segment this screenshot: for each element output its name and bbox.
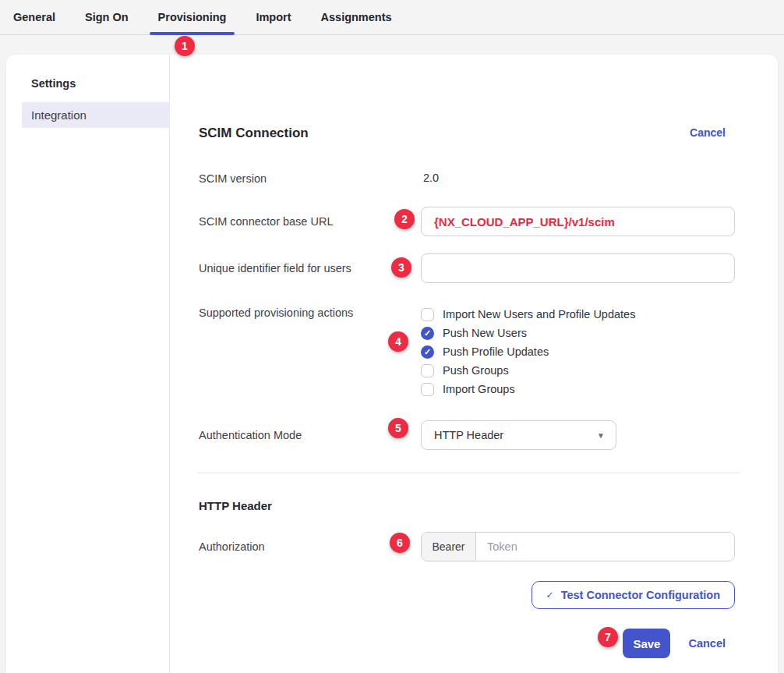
checkbox-label: Push Groups — [443, 364, 509, 377]
checkbox-push-profile-updates[interactable] — [421, 345, 434, 359]
scim-version-value: 2.0 — [421, 172, 735, 184]
annotation-badge-1: 1 — [175, 36, 195, 56]
sidebar-item-integration[interactable]: Integration — [22, 102, 170, 128]
checkbox-label: Push New Users — [443, 327, 527, 339]
checkbox-row-push-groups: Push Groups — [421, 361, 735, 380]
checkbox-import-groups[interactable] — [421, 383, 434, 396]
unique-identifier-input[interactable] — [421, 253, 735, 283]
token-input[interactable] — [476, 533, 734, 561]
authorization-label: Authorization — [199, 532, 421, 554]
annotation-badge-6: 6 — [390, 533, 410, 553]
annotation-badge-2: 2 — [394, 209, 415, 229]
checkbox-import-new-users-and-profile-updates[interactable] — [421, 308, 434, 321]
checkbox-label: Import Groups — [443, 383, 515, 395]
settings-card: Settings Integration SCIM Connection Can… — [6, 55, 778, 673]
bearer-prefix: Bearer — [422, 533, 476, 561]
checkbox-row-import-new-users-and-profile-updates: Import New Users and Profile Updates — [421, 305, 735, 324]
annotation-badge-7: 7 — [598, 627, 618, 647]
auth-mode-selected-value: HTTP Header — [434, 429, 503, 441]
tab-provisioning[interactable]: Provisioning — [150, 0, 235, 34]
section-divider — [197, 473, 740, 473]
checkbox-row-import-groups: Import Groups — [421, 380, 735, 398]
scim-connection-form: SCIM Connection Cancel SCIM version 2.0 … — [170, 55, 778, 673]
tab-general[interactable]: General — [5, 0, 64, 34]
scim-version-label: SCIM version — [199, 172, 421, 186]
provisioning-actions-label: Supported provisioning actions — [199, 305, 421, 320]
base-url-label: SCIM connector base URL — [199, 207, 421, 228]
checkbox-push-groups[interactable] — [421, 364, 434, 377]
app-tab-bar: General Sign On Provisioning Import Assi… — [0, 0, 784, 35]
auth-mode-select[interactable]: HTTP Header ▼ — [421, 420, 616, 450]
settings-sidebar: Settings Integration — [6, 55, 170, 673]
chevron-down-icon: ▼ — [597, 431, 605, 440]
checkbox-label: Push Profile Updates — [443, 345, 549, 358]
annotation-badge-5: 5 — [388, 418, 408, 438]
checkbox-label: Import New Users and Profile Updates — [443, 308, 635, 321]
checkbox-push-new-users[interactable] — [421, 327, 434, 340]
page-title: SCIM Connection — [199, 125, 309, 142]
authorization-input-group: Bearer — [421, 532, 735, 561]
footer-cancel-link[interactable]: Cancel — [688, 637, 726, 650]
checkbox-row-push-new-users: Push New Users — [421, 324, 735, 342]
sidebar-heading: Settings — [6, 77, 169, 90]
tab-import[interactable]: Import — [247, 0, 299, 34]
unique-identifier-label: Unique identifier field for users — [199, 253, 421, 275]
base-url-input[interactable] — [421, 207, 735, 236]
http-header-section-title: HTTP Header — [199, 499, 735, 512]
test-button-label: Test Connector Configuration — [561, 589, 720, 601]
save-button[interactable]: Save — [623, 629, 670, 658]
annotation-badge-4: 4 — [388, 331, 408, 352]
checkbox-row-push-profile-updates: Push Profile Updates — [421, 342, 735, 361]
tab-sign-on[interactable]: Sign On — [76, 0, 137, 34]
test-connector-configuration-button[interactable]: ✓ Test Connector Configuration — [531, 581, 735, 609]
header-cancel-link[interactable]: Cancel — [690, 126, 726, 139]
tab-assignments[interactable]: Assignments — [313, 0, 401, 34]
annotation-badge-3: 3 — [391, 257, 411, 278]
check-icon: ✓ — [546, 590, 554, 600]
auth-mode-label: Authentication Mode — [199, 420, 421, 442]
